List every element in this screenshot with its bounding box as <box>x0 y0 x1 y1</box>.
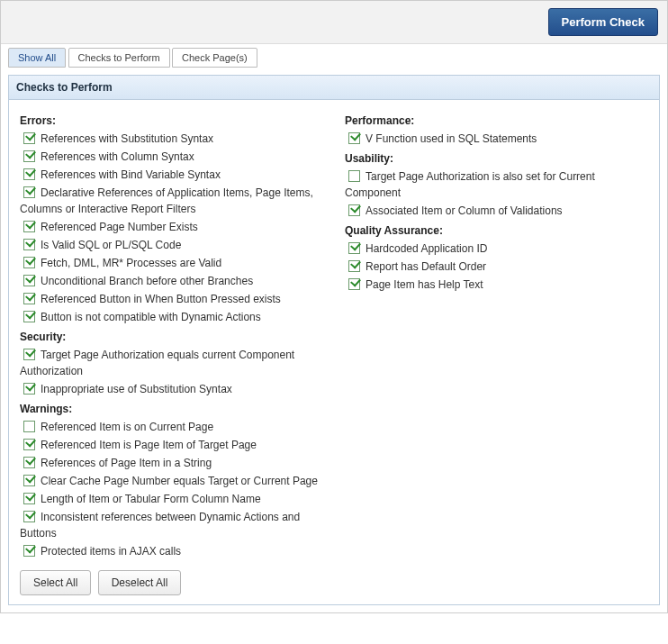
group-title-performance: Performance: <box>345 114 648 127</box>
check-item: References with Column Syntax <box>20 149 323 165</box>
checkbox-page-item-has-help-text[interactable] <box>348 278 360 290</box>
check-item: Associated Item or Column of Validations <box>345 203 648 219</box>
region-title: Checks to Perform <box>9 76 659 100</box>
check-item: Page Item has Help Text <box>345 277 648 293</box>
check-item: Length of Item or Tabular Form Column Na… <box>20 491 323 507</box>
button-row: Select All Deselect All <box>20 570 648 595</box>
checkbox-is-valid-sql-or-pl-sql-code[interactable] <box>23 239 35 250</box>
check-label: Inappropriate use of Substitution Syntax <box>41 383 232 395</box>
tab-check-pages[interactable]: Check Page(s) <box>172 48 257 68</box>
tab-show-all[interactable]: Show All <box>8 48 66 68</box>
checkbox-report-has-default-order[interactable] <box>348 260 360 272</box>
checkbox-references-with-bind-variable-syntax[interactable] <box>23 168 35 180</box>
deselect-all-button[interactable]: Deselect All <box>98 570 182 595</box>
checkbox-fetch-dml-mr-processes-are-valid[interactable] <box>23 257 35 268</box>
check-item: References with Bind Variable Syntax <box>20 167 323 183</box>
region-checks: Checks to Perform Errors:References with… <box>8 75 660 605</box>
checkbox-target-page-authorization-is-also-set-fo[interactable] <box>348 170 360 182</box>
tab-checks-to-perform[interactable]: Checks to Perform <box>68 48 170 68</box>
check-label: Unconditional Branch before other Branch… <box>41 275 253 287</box>
group-title-security: Security: <box>20 331 323 343</box>
group-title-usability: Usability: <box>345 152 648 165</box>
select-all-button[interactable]: Select All <box>20 570 91 595</box>
checkbox-referenced-item-is-page-item-of-target-p[interactable] <box>23 439 35 450</box>
checkbox-referenced-page-number-exists[interactable] <box>23 221 35 232</box>
check-label: References with Bind Variable Syntax <box>41 168 221 181</box>
checkbox-inappropriate-use-of-substitution-syntax[interactable] <box>23 383 35 395</box>
check-label: Associated Item or Column of Validations <box>366 204 563 217</box>
checkbox-v-function-used-in-sql-statements[interactable] <box>348 132 360 144</box>
checkbox-length-of-item-or-tabular-form-column-na[interactable] <box>23 493 35 504</box>
check-item: Button is not compatible with Dynamic Ac… <box>20 309 323 325</box>
group-title-warnings: Warnings: <box>20 403 323 415</box>
check-label: References with Column Syntax <box>41 150 194 163</box>
check-item: Is Valid SQL or PL/SQL Code <box>20 237 323 253</box>
checkbox-inconsistent-references-between-dynamic-[interactable] <box>23 511 35 522</box>
check-item: Fetch, DML, MR* Processes are Valid <box>20 255 323 271</box>
toolbar: Perform Check <box>1 1 667 44</box>
check-label: References with Substitution Syntax <box>41 132 213 145</box>
checkbox-declarative-references-of-application-it[interactable] <box>23 186 35 198</box>
check-label: Target Page Authorization equals current… <box>20 349 294 377</box>
check-item: Unconditional Branch before other Branch… <box>20 273 323 289</box>
tab-bar: Show All Checks to Perform Check Page(s) <box>1 44 667 68</box>
check-label: Fetch, DML, MR* Processes are Valid <box>41 257 221 269</box>
check-item: Referenced Button in When Button Pressed… <box>20 291 323 307</box>
check-label: References of Page Item in a String <box>41 457 212 469</box>
check-item: References of Page Item in a String <box>20 455 323 471</box>
checkbox-button-is-not-compatible-with-dynamic-ac[interactable] <box>23 311 35 322</box>
checkbox-unconditional-branch-before-other-branch[interactable] <box>23 275 35 286</box>
check-label: Hardcoded Application ID <box>366 242 487 255</box>
check-item: Referenced Item is on Current Page <box>20 419 323 435</box>
checkbox-associated-item-or-column-of-validations[interactable] <box>348 204 360 216</box>
check-label: Length of Item or Tabular Form Column Na… <box>41 493 261 505</box>
checkbox-references-of-page-item-in-a-string[interactable] <box>23 457 35 468</box>
check-item: Clear Cache Page Number equals Target or… <box>20 473 323 489</box>
check-label: Referenced Page Number Exists <box>41 221 198 233</box>
check-label: Protected items in AJAX calls <box>41 545 181 558</box>
check-item: Report has Default Order <box>345 259 648 275</box>
check-label: Is Valid SQL or PL/SQL Code <box>41 239 181 251</box>
checkbox-protected-items-in-ajax-calls[interactable] <box>23 545 35 557</box>
check-item: Declarative References of Application It… <box>20 185 323 217</box>
checkbox-references-with-column-syntax[interactable] <box>23 150 35 162</box>
check-label: Declarative References of Application It… <box>20 186 313 215</box>
checkbox-hardcoded-application-id[interactable] <box>348 242 360 254</box>
check-label: Page Item has Help Text <box>366 278 483 291</box>
check-item: Inconsistent references between Dynamic … <box>20 509 323 541</box>
group-title-quality-assurance: Quality Assurance: <box>345 224 648 237</box>
check-label: Referenced Item is Page Item of Target P… <box>41 439 257 451</box>
check-item: Protected items in AJAX calls <box>20 543 323 559</box>
checkbox-references-with-substitution-syntax[interactable] <box>23 132 35 144</box>
check-label: Clear Cache Page Number equals Target or… <box>41 475 318 487</box>
check-item: Referenced Item is Page Item of Target P… <box>20 437 323 453</box>
checkbox-referenced-item-is-on-current-page[interactable] <box>23 421 35 432</box>
check-item: V Function used in SQL Statements <box>345 131 648 147</box>
check-item: Target Page Authorization equals current… <box>20 347 323 379</box>
check-label: Referenced Button in When Button Pressed… <box>41 293 281 305</box>
check-label: Button is not compatible with Dynamic Ac… <box>41 311 261 323</box>
check-item: References with Substitution Syntax <box>20 131 323 147</box>
group-title-errors: Errors: <box>20 114 323 127</box>
check-item: Target Page Authorization is also set fo… <box>345 168 648 201</box>
checkbox-referenced-button-in-when-button-pressed[interactable] <box>23 293 35 304</box>
check-label: Referenced Item is on Current Page <box>41 421 213 433</box>
perform-check-button[interactable]: Perform Check <box>548 8 658 36</box>
check-label: Target Page Authorization is also set fo… <box>345 170 595 199</box>
check-item: Hardcoded Application ID <box>345 240 648 257</box>
check-item: Referenced Page Number Exists <box>20 219 323 235</box>
check-label: V Function used in SQL Statements <box>366 132 537 145</box>
checkbox-target-page-authorization-equals-current[interactable] <box>23 349 35 360</box>
checkbox-clear-cache-page-number-equals-target-or[interactable] <box>23 475 35 486</box>
check-label: Report has Default Order <box>366 260 486 273</box>
check-label: Inconsistent references between Dynamic … <box>20 511 300 540</box>
check-item: Inappropriate use of Substitution Syntax <box>20 381 323 397</box>
